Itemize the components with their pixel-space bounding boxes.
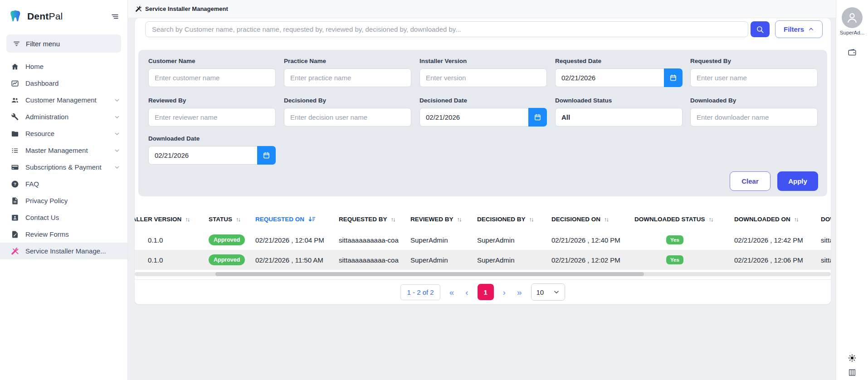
- wrench-icon: [11, 113, 19, 121]
- calendar-icon: [263, 151, 270, 159]
- sidebar-item-privacy-policy[interactable]: Privacy Policy: [0, 192, 127, 209]
- first-page-button[interactable]: «: [447, 287, 457, 297]
- sidebar-item-master-management[interactable]: Master Management: [0, 142, 127, 159]
- sidebar-item-label: Dashboard: [25, 79, 59, 87]
- downloaded-status-select[interactable]: All: [555, 108, 683, 127]
- column-header-label: DOWNLOADED BY: [821, 216, 831, 223]
- column-header-label: DOWNLOADED STATUS: [634, 216, 705, 223]
- tools-icon: [135, 5, 142, 12]
- column-header-installer-version[interactable]: INSTALLER VERSION↑↓: [135, 216, 209, 223]
- sidebar-item-home[interactable]: Home: [0, 58, 127, 75]
- page-size-value: 10: [536, 288, 544, 296]
- sidebar-collapse-icon[interactable]: [111, 12, 119, 21]
- reviewed-by-input[interactable]: [148, 108, 276, 127]
- table-cell: 02/21/2026 , 12:02 PM: [551, 256, 634, 264]
- last-page-button[interactable]: »: [515, 287, 524, 297]
- credit-card-icon: [11, 163, 19, 171]
- chevron-up-icon: [808, 26, 814, 32]
- filter-menu-button[interactable]: Filter menu: [6, 34, 121, 53]
- folder-icon: [10, 129, 19, 138]
- theme-toggle-sun-icon[interactable]: [848, 354, 857, 364]
- column-header-status[interactable]: STATUS↑↓: [209, 216, 255, 223]
- horizontal-scrollbar-thumb[interactable]: [215, 272, 644, 276]
- table-row[interactable]: 0.1.0Approved02/21/2026 , 11:50 AMsittaa…: [135, 250, 831, 270]
- pagination: 1 - 2 of 2 « ‹ 1 › » 10: [135, 279, 831, 304]
- column-header-downloaded-by[interactable]: DOWNLOADED BY↑↓: [821, 216, 831, 223]
- sidebar-item-service-installer-manage[interactable]: Service Installer Manage...: [0, 243, 127, 259]
- users-icon: [10, 96, 19, 104]
- page-size-select[interactable]: 10: [531, 283, 565, 301]
- column-header-decisioned-by[interactable]: DECISIONED BY↑↓: [477, 216, 551, 223]
- filter-label: Requested Date: [555, 58, 683, 64]
- column-header-reviewed-by[interactable]: REVIEWED BY↑↓: [410, 216, 477, 223]
- table-cell: SuperAdmin: [410, 256, 477, 264]
- calendar-button[interactable]: [664, 68, 683, 87]
- wrench-icon: [10, 112, 19, 121]
- wallet-icon[interactable]: [847, 47, 857, 59]
- sidebar-item-resource[interactable]: Resource: [0, 125, 127, 142]
- dentpal-tooth-logo-icon: [9, 9, 23, 24]
- prev-page-button[interactable]: ‹: [463, 287, 470, 297]
- practice-name-input[interactable]: [284, 68, 411, 87]
- search-button[interactable]: [751, 21, 770, 37]
- filters-label: Filters: [784, 25, 804, 33]
- sidebar-item-label: Resource: [25, 130, 54, 137]
- sidebar-item-review-forms[interactable]: Review Forms: [0, 226, 127, 243]
- filter-field-downloaded-by: Downloaded By: [690, 97, 818, 127]
- decisioned-by-input[interactable]: [284, 108, 411, 127]
- filter-label: Reviewed By: [148, 97, 276, 104]
- chevron-down-icon: [114, 131, 120, 137]
- status-cell: Approved: [209, 254, 255, 265]
- horizontal-scrollbar[interactable]: [135, 272, 831, 276]
- sort-icon: ↑↓: [185, 216, 189, 223]
- column-header-requested-on[interactable]: REQUESTED ON: [255, 215, 339, 223]
- sidebar-item-dashboard[interactable]: Dashboard: [0, 75, 127, 92]
- tab-bar: Service Installer Management: [128, 0, 836, 18]
- next-page-button[interactable]: ›: [501, 287, 508, 297]
- calendar-button[interactable]: [528, 108, 547, 127]
- contact-icon: [10, 213, 19, 222]
- column-header-requested-by[interactable]: REQUESTED BY↑↓: [339, 216, 410, 223]
- table-row[interactable]: 0.1.0Approved02/21/2026 , 12:04 PMsittaa…: [135, 230, 831, 250]
- requested-date-input[interactable]: 02/21/2026: [555, 68, 683, 87]
- table-cell: 02/21/2026 , 11:50 AM: [255, 256, 339, 264]
- table-cell: 02/21/2026 , 12:40 PM: [551, 236, 634, 244]
- brand-name: DentPal: [27, 11, 63, 22]
- filters-toggle-button[interactable]: Filters: [775, 20, 823, 38]
- chevron-down-icon: [114, 164, 120, 171]
- sidebar-item-contact-us[interactable]: Contact Us: [0, 209, 127, 226]
- column-header-decisioned-on[interactable]: DECISIONED ON↑↓: [551, 216, 634, 223]
- column-header-label: REVIEWED BY: [410, 216, 454, 223]
- chevron-down-icon: [553, 289, 560, 295]
- sidebar-item-customer-management[interactable]: Customer Management: [0, 92, 127, 108]
- sidebar-item-faq[interactable]: ?FAQ: [0, 175, 127, 192]
- filter-icon: [13, 40, 20, 48]
- document-icon: [11, 197, 19, 205]
- sidebar-item-subscriptions-payment[interactable]: Subscriptions & Payment: [0, 159, 127, 175]
- layout-columns-icon[interactable]: [848, 368, 857, 379]
- requested-by-input[interactable]: [690, 68, 818, 87]
- tab-service-installer-management[interactable]: Service Installer Management: [128, 0, 235, 18]
- column-header-downloaded-status[interactable]: DOWNLOADED STATUS↑↓: [634, 216, 734, 223]
- filter-field-practice-name: Practice Name: [284, 58, 411, 87]
- column-header-downloaded-on[interactable]: DOWNLOADED ON↑↓: [734, 216, 821, 223]
- search-icon: [756, 25, 764, 34]
- sort-icon: ↑↓: [391, 216, 395, 223]
- clear-button[interactable]: Clear: [730, 171, 770, 191]
- search-input[interactable]: [145, 21, 748, 37]
- avatar[interactable]: [842, 7, 863, 28]
- installer-version-input[interactable]: [419, 68, 547, 87]
- chevron-down-icon: [114, 147, 120, 154]
- calendar-button[interactable]: [257, 146, 276, 165]
- status-cell: Approved: [209, 234, 255, 245]
- downloaded-date-input[interactable]: 02/21/2026: [148, 146, 276, 165]
- home-icon: [10, 62, 19, 71]
- filter-panel: Clear Apply Customer NamePractice NameIn…: [138, 50, 827, 196]
- apply-button[interactable]: Apply: [777, 171, 818, 191]
- filter-label: Downloaded Date: [148, 135, 276, 142]
- sidebar-item-administration[interactable]: Administration: [0, 108, 127, 125]
- decisioned-date-input[interactable]: 02/21/2026: [419, 108, 547, 127]
- current-page-button[interactable]: 1: [478, 284, 494, 300]
- customer-name-input[interactable]: [148, 68, 276, 87]
- downloaded-by-input[interactable]: [690, 108, 818, 127]
